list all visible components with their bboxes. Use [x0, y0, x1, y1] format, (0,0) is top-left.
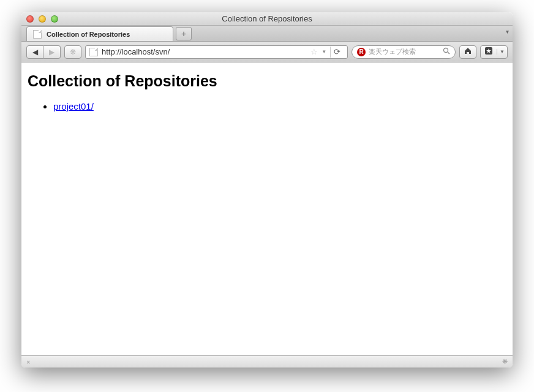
back-icon: ◀	[32, 48, 38, 56]
search-bar[interactable]: R 楽天ウェブ検索	[352, 45, 456, 59]
forward-icon: ▶	[49, 48, 55, 56]
tabbar-menu-icon[interactable]: ▾	[506, 28, 509, 35]
url-dropdown-icon[interactable]: ▼	[322, 49, 326, 55]
titlebar: Collection of Repositories	[21, 12, 513, 26]
bookmark-star-icon[interactable]: ☆	[310, 47, 318, 56]
reload-icon: ⟳	[334, 47, 340, 56]
tab-label: Collection of Repositories	[47, 31, 130, 38]
close-button[interactable]	[26, 15, 34, 23]
page-icon	[33, 30, 42, 39]
traffic-lights	[21, 15, 58, 23]
page-icon	[89, 48, 98, 56]
search-placeholder: 楽天ウェブ検索	[369, 47, 440, 56]
tabbar: Collection of Repositories + ▾	[21, 26, 513, 42]
list-item: project01/	[53, 101, 506, 111]
status-activity-icon[interactable]: ❋	[502, 358, 508, 366]
url-bar[interactable]: ☆ ▼ ⟳	[85, 45, 348, 59]
plus-icon: +	[181, 29, 186, 39]
back-button[interactable]: ◀	[26, 45, 43, 59]
page-content: Collection of Repositories project01/	[21, 62, 513, 355]
bookmarks-star-icon	[481, 47, 497, 57]
home-icon	[464, 47, 472, 57]
nav-back-forward: ◀ ▶	[26, 45, 61, 59]
forward-button[interactable]: ▶	[43, 45, 61, 59]
page-heading: Collection of Repositories	[28, 72, 506, 90]
repository-list: project01/	[28, 101, 506, 111]
activity-button[interactable]: ❋	[64, 45, 81, 59]
browser-window: Collection of Repositories Collection of…	[21, 12, 513, 368]
tab-active[interactable]: Collection of Repositories	[26, 26, 173, 41]
minimize-button[interactable]	[39, 15, 46, 23]
url-input[interactable]	[102, 47, 307, 56]
svg-line-1	[448, 52, 449, 54]
window-title: Collection of Repositories	[21, 14, 513, 23]
search-icon[interactable]	[443, 47, 450, 56]
svg-point-0	[444, 48, 448, 53]
maximize-button[interactable]	[51, 15, 58, 23]
home-button[interactable]	[459, 45, 476, 59]
bookmarks-dropdown-icon[interactable]: ▼	[497, 49, 507, 55]
urlbar-icons: ☆ ▼ ⟳	[310, 47, 344, 58]
bookmarks-button[interactable]: ▼	[480, 45, 508, 59]
rakuten-icon: R	[357, 48, 366, 56]
new-tab-button[interactable]: +	[176, 27, 192, 40]
status-close-icon[interactable]: ×	[26, 358, 30, 366]
activity-icon: ❋	[70, 48, 76, 56]
navbar: ◀ ▶ ❋ ☆ ▼ ⟳ R 楽天ウェブ検索	[21, 42, 513, 62]
reload-button[interactable]: ⟳	[330, 47, 344, 58]
repository-link[interactable]: project01/	[53, 101, 94, 111]
statusbar: × ❋	[21, 355, 513, 368]
